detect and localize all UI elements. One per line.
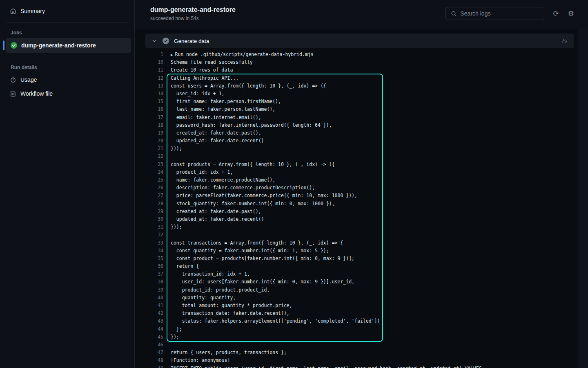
log-line-number: 27 — [135, 192, 163, 200]
log-line-number: 15 — [135, 98, 163, 105]
log-row[interactable]: 32 — [135, 231, 579, 239]
jobs-section-label: Jobs — [0, 27, 134, 38]
log-line-number: 17 — [135, 114, 163, 121]
log-line-number: 19 — [135, 129, 163, 137]
log-row[interactable]: 34 const quantity = faker.number.int({ m… — [135, 247, 579, 255]
log-row[interactable]: 37 transaction_id: idx + 1, — [135, 270, 579, 278]
log-row[interactable]: 1▶Run node .github/scripts/generate-data… — [135, 51, 579, 58]
log-row[interactable]: 23const products = Array.from({ length: … — [135, 161, 579, 168]
log-row[interactable]: 27 price: parseFloat(faker.commerce.pric… — [135, 192, 579, 200]
sidebar-item-summary[interactable]: Summary — [3, 4, 131, 18]
log-line-text: email: faker.internet.email(), — [163, 114, 261, 121]
log-line-text — [163, 231, 171, 239]
search-logs-input[interactable] — [461, 10, 539, 17]
log-line-text: const product = products[faker.number.in… — [163, 255, 354, 263]
log-row[interactable]: 35 const product = products[faker.number… — [135, 255, 579, 263]
log-line-number: 34 — [135, 247, 163, 255]
log-row[interactable]: 17 email: faker.internet.email(), — [135, 114, 579, 121]
log-line-number: 40 — [135, 294, 163, 302]
home-icon — [10, 8, 16, 14]
log-line-text: created_at: faker.date.past(), — [163, 129, 261, 137]
log-row[interactable]: 15 first_name: faker.person.firstName(), — [135, 98, 579, 105]
log-row[interactable]: 10Schema file read successfully — [135, 58, 579, 66]
header-controls: ⟳ ⚙ — [445, 7, 575, 20]
log-line-number: 45 — [135, 333, 163, 341]
log-row[interactable]: 13const users = Array.from({ length: 10 … — [135, 82, 579, 90]
expand-group-icon[interactable]: ▶ — [171, 53, 173, 57]
log-line-text: transaction_date: faker.date.recent(), — [163, 310, 290, 317]
log-row[interactable]: 11Create 10 rows of data — [135, 66, 579, 74]
log-row[interactable]: 40 quantity: quantity, — [135, 294, 579, 302]
run-header: dump-generate-and-restore succeeded now … — [135, 0, 588, 29]
log-line-text: price: parseFloat(faker.commerce.price({… — [163, 192, 357, 200]
log-row[interactable]: 18 password_hash: faker.internet.passwor… — [135, 121, 579, 129]
log-row[interactable]: 36 return { — [135, 263, 579, 270]
log-viewer: Generate data 7s 1▶Run node .github/scri… — [135, 29, 579, 368]
log-line-text: INSERT INTO public.users (user_id, first… — [163, 365, 482, 368]
log-row[interactable]: 47return { users, products, transactions… — [135, 349, 579, 357]
log-row[interactable]: 38 user_id: users[faker.number.int({ min… — [135, 278, 579, 286]
log-line-number: 35 — [135, 255, 163, 263]
sidebar-item-usage[interactable]: Usage — [3, 73, 131, 87]
log-row[interactable]: 41 total_amount: quantity * product.pric… — [135, 302, 579, 310]
log-row[interactable]: 29 created_at: faker.date.past(), — [135, 208, 579, 215]
workflow-file-label: Workflow file — [20, 90, 53, 97]
log-line-text — [163, 341, 171, 349]
gear-icon: ⚙ — [568, 10, 574, 18]
log-row[interactable]: 20 updated_at: faker.date.recent() — [135, 137, 579, 145]
log-line-text — [163, 153, 171, 160]
log-row[interactable]: 31})); — [135, 223, 579, 231]
sidebar-item-job-dump-generate-and-restore[interactable]: dump-generate-and-restore — [6, 38, 131, 53]
chevron-down-icon[interactable] — [151, 38, 158, 44]
log-settings-button[interactable]: ⚙ — [568, 10, 574, 17]
log-line-number: 18 — [135, 121, 163, 129]
log-line-number: 39 — [135, 286, 163, 294]
log-row[interactable]: 49INSERT INTO public.users (user_id, fir… — [135, 365, 579, 368]
log-line-text: })); — [163, 223, 182, 231]
log-row[interactable]: 39 product_id: product.product_id, — [135, 286, 579, 294]
sidebar-item-workflow-file[interactable]: Workflow file — [3, 87, 131, 101]
log-row[interactable]: 24 product_id: idx + 1, — [135, 168, 579, 176]
log-row[interactable]: 19 created_at: faker.date.past(), — [135, 129, 579, 137]
log-row[interactable]: 43 status: faker.helpers.arrayElement(['… — [135, 317, 579, 325]
log-row[interactable]: 42 transaction_date: faker.date.recent()… — [135, 310, 579, 317]
log-row[interactable]: 16 last_name: faker.person.lastName(), — [135, 105, 579, 113]
run-details-section-label: Run details — [0, 61, 134, 73]
log-line-text: Calling Anthropic API... — [163, 74, 238, 82]
log-line-number: 46 — [135, 341, 163, 349]
log-line-number: 11 — [135, 66, 163, 74]
sidebar-divider — [7, 57, 128, 57]
log-row[interactable]: 21})); — [135, 145, 579, 153]
log-row[interactable]: 28 stock_quantity: faker.number.int({ mi… — [135, 200, 579, 208]
summary-label: Summary — [20, 8, 45, 14]
refresh-logs-button[interactable]: ⟳ — [553, 10, 559, 17]
log-line-text: }); — [163, 333, 179, 341]
log-line-text: first_name: faker.person.firstName(), — [163, 98, 281, 105]
log-row[interactable]: 12Calling Anthropic API... — [135, 74, 579, 82]
log-line-text: return { — [163, 263, 199, 270]
log-row[interactable]: 22 — [135, 153, 579, 160]
log-row[interactable]: 46 — [135, 341, 579, 349]
log-line-number: 43 — [135, 317, 163, 325]
log-line-text: })); — [163, 145, 182, 153]
step-header-generate-data[interactable]: Generate data 7s — [145, 34, 574, 48]
log-row[interactable]: 25 name: faker.commerce.productName(), — [135, 176, 579, 184]
log-row[interactable]: 33const transactions = Array.from({ leng… — [135, 239, 579, 247]
log-line-text: const users = Array.from({ length: 10 },… — [163, 82, 326, 90]
log-line-text: const products = Array.from({ length: 10… — [163, 161, 335, 168]
search-logs-box[interactable] — [445, 7, 544, 20]
step-name: Generate data — [174, 38, 557, 44]
log-scrollbar-gutter[interactable] — [579, 29, 588, 368]
log-row[interactable]: 44 }; — [135, 325, 579, 333]
job-label: dump-generate-and-restore — [21, 42, 96, 49]
log-row[interactable]: 45}); — [135, 333, 579, 341]
log-row[interactable]: 26 description: faker.commerce.productDe… — [135, 184, 579, 192]
log-line-number: 32 — [135, 231, 163, 239]
log-row[interactable]: 48[Function: anonymous] — [135, 357, 579, 364]
log-row[interactable]: 14 user_id: idx + 1, — [135, 90, 579, 98]
log-row[interactable]: 30 updated_at: faker.date.recent() — [135, 215, 579, 223]
log-line-text: created_at: faker.date.past(), — [163, 208, 261, 215]
log-line-text: password_hash: faker.internet.password({… — [163, 121, 332, 129]
log-line-number: 29 — [135, 208, 163, 215]
log-line-number: 22 — [135, 153, 163, 160]
